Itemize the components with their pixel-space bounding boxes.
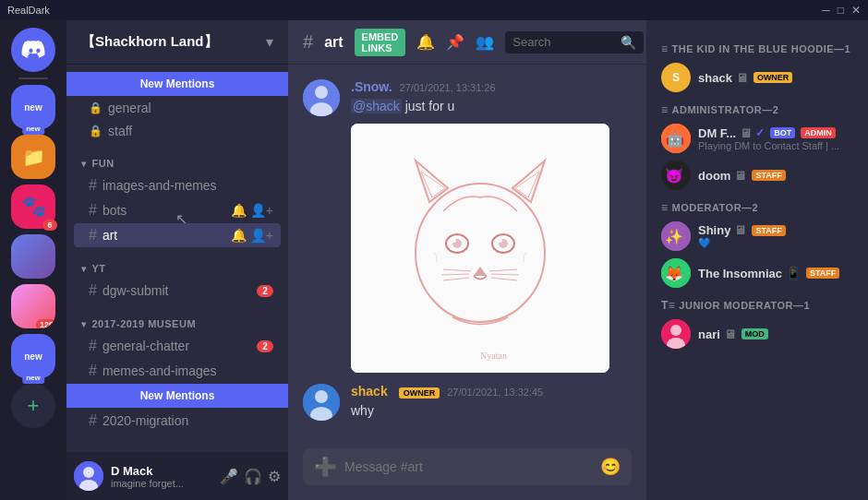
- header-icons: 🔔 📌 👥 🔍 📥 ❓: [416, 31, 646, 54]
- member-item-insomniac[interactable]: 🦊 The Insomniac 📱 STAFF: [654, 255, 861, 292]
- member-avatar-nari: [661, 319, 691, 349]
- message-timestamp-shack: 27/01/2021, 13:32:45: [447, 387, 543, 398]
- mic-icon[interactable]: 🎤: [220, 468, 238, 485]
- server-icon-3[interactable]: 🐾 6: [11, 185, 55, 229]
- channel-name-bots: bots: [102, 203, 231, 218]
- member-avatar-shiny: ✨: [661, 221, 691, 251]
- members-sidebar: ≡ The Kid in the Blue Hoodie—1 S shack 🖥…: [646, 20, 868, 500]
- add-server-button[interactable]: +: [11, 384, 55, 428]
- server-icon-5[interactable]: 120: [11, 284, 55, 328]
- category-museum-label: 2017-2019 museum: [92, 318, 197, 329]
- search-magnifier-icon[interactable]: 🔍: [621, 35, 636, 50]
- role-mod-nari: MOD: [741, 328, 768, 339]
- mention-shack: @shack: [351, 99, 402, 113]
- settings-icon[interactable]: ⚙: [268, 468, 281, 485]
- member-name-shack: shack 🖥 OWNER: [698, 71, 853, 85]
- channel-item-general[interactable]: 🔒 general: [74, 97, 281, 119]
- channel-item-bots[interactable]: # bots 🔔 👤+ ↖: [74, 198, 281, 222]
- category-collapse-fun[interactable]: ▾: [81, 159, 87, 169]
- member-item-shiny[interactable]: ✨ Shiny 🖥 STAFF 💙: [654, 218, 861, 255]
- message-content-snow: .Snow. 27/01/2021, 13:31:26 @shack just …: [351, 79, 632, 373]
- hash-icon-images: #: [89, 177, 97, 194]
- headphone-icon[interactable]: 🎧: [244, 468, 262, 485]
- category-museum: ▾ 2017-2019 museum: [66, 304, 288, 333]
- device-icon-shack: 🖥: [736, 71, 748, 85]
- message-add-icon[interactable]: ➕: [314, 456, 337, 478]
- channel-item-general-chatter[interactable]: # general-chatter 2: [74, 334, 281, 358]
- maximize-button[interactable]: □: [838, 4, 844, 17]
- search-input[interactable]: [512, 35, 615, 49]
- member-avatar-dmf: 🤖: [661, 124, 691, 153]
- svg-point-6: [416, 184, 545, 322]
- user-bar: D Mack imagine forget... 🎤 🎧 ⚙: [66, 452, 288, 500]
- member-item-nari[interactable]: nari 🖥 MOD: [654, 315, 861, 352]
- user-avatar: [74, 461, 103, 491]
- member-info-doom: doom 🖥 STAFF: [698, 169, 853, 183]
- server-icon-1[interactable]: new new: [11, 85, 55, 129]
- message-timestamp-snow: 27/01/2021, 13:31:26: [400, 82, 496, 93]
- notification-bell-icon[interactable]: 🔔: [416, 33, 435, 51]
- channel-sidebar: 【Shackhorn Land】 ▾ New Mentions 🔒 genera…: [66, 20, 288, 500]
- app-title: RealDark: [7, 5, 50, 16]
- message-input-box: ➕ 😊: [303, 448, 632, 485]
- svg-point-15: [452, 239, 456, 243]
- category-yt: ▾ yt: [66, 248, 288, 278]
- server-icon-new-bottom[interactable]: new new: [11, 334, 55, 378]
- message-input-field[interactable]: [344, 448, 593, 485]
- category-fun: ▾ FUN: [66, 143, 288, 173]
- channel-name-gc: general-chatter: [102, 339, 257, 353]
- member-item-shack[interactable]: S shack 🖥 OWNER: [654, 59, 861, 96]
- category-collapse-yt[interactable]: ▾: [81, 264, 87, 274]
- channel-item-2020-migration[interactable]: # 2020-migration: [74, 409, 281, 433]
- message-author-shack: shack: [351, 384, 388, 399]
- member-item-doom[interactable]: 😈 doom 🖥 STAFF: [654, 157, 861, 194]
- server-name-bar[interactable]: 【Shackhorn Land】 ▾: [66, 20, 288, 65]
- minimize-button[interactable]: ─: [822, 4, 830, 17]
- device-icon-dmf: 🖥: [740, 126, 752, 140]
- channel-name-staff: staff: [108, 124, 273, 138]
- category-icon-2: ≡: [661, 103, 669, 116]
- category-administrator: ≡ Administrator—2: [654, 96, 861, 120]
- server-icon-4[interactable]: [11, 234, 55, 279]
- category-label-3: Moderator—2: [672, 202, 759, 213]
- channel-item-staff[interactable]: 🔒 staff: [74, 120, 281, 142]
- new-mentions-top-banner[interactable]: New Mentions: [66, 72, 288, 96]
- role-staff-shiny: STAFF: [752, 225, 785, 236]
- channel-item-memes-images[interactable]: # memes-and-images: [74, 359, 281, 383]
- add-person-icon-art[interactable]: 👤+: [250, 228, 273, 243]
- message-avatar-snow: [303, 79, 340, 116]
- role-bot-dmf: BOT: [770, 127, 795, 138]
- svg-line-22: [491, 274, 519, 275]
- channel-item-art[interactable]: # art 🔔 👤+: [74, 223, 281, 247]
- members-icon[interactable]: 👥: [476, 33, 494, 51]
- member-avatar-doom: 😈: [661, 161, 691, 190]
- member-name-nari: nari 🖥 MOD: [698, 327, 853, 341]
- embed-links-badge[interactable]: EMBED LINKS: [355, 29, 406, 56]
- bell-icon-bots[interactable]: 🔔: [231, 203, 247, 218]
- pin-icon[interactable]: 📌: [446, 33, 464, 51]
- svg-line-20: [443, 278, 469, 280]
- svg-text:Nyatan: Nyatan: [480, 351, 507, 361]
- channel-name-mi: memes-and-images: [102, 363, 273, 378]
- member-item-dmf[interactable]: 🤖 DM F... 🖥 ✓ BOT ADMIN Playing DM to Co…: [654, 120, 861, 157]
- add-person-icon-bots[interactable]: 👤+: [250, 203, 273, 218]
- channel-item-images-and-memes[interactable]: # images-and-memes: [74, 173, 281, 197]
- channel-item-dgw-submit[interactable]: # dgw-submit 2: [74, 279, 281, 303]
- hash-icon-art: #: [89, 227, 97, 244]
- app-body: new new 📁 🐾 6 120 new new + 【Shackhor: [0, 20, 868, 500]
- channel-name-dgw: dgw-submit: [102, 283, 257, 298]
- bell-icon-art[interactable]: 🔔: [231, 228, 247, 243]
- hash-icon-mi: #: [89, 363, 97, 379]
- search-box[interactable]: 🔍: [505, 31, 644, 54]
- new-mentions-bottom-banner[interactable]: New Mentions: [66, 384, 288, 408]
- discord-home-button[interactable]: [11, 28, 55, 72]
- member-info-nari: nari 🖥 MOD: [698, 327, 853, 341]
- emoji-icon[interactable]: 😊: [600, 457, 621, 477]
- server-icon-2[interactable]: 📁: [11, 135, 55, 179]
- hash-icon-dgw: #: [89, 282, 97, 299]
- category-label-2: Administrator—2: [672, 104, 779, 115]
- message-text-snow: @shack just for u: [351, 98, 632, 116]
- new-label-bottom: new: [22, 372, 44, 384]
- close-button[interactable]: ✕: [851, 4, 861, 17]
- category-collapse-museum[interactable]: ▾: [81, 319, 87, 329]
